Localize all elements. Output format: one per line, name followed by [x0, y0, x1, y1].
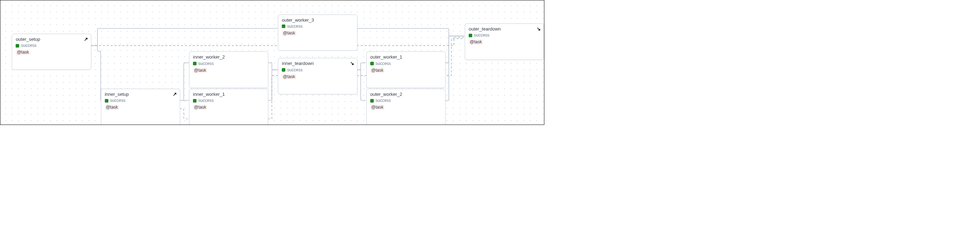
node-inner-setup[interactable]: ↗ inner_setup success @task: [101, 89, 180, 125]
node-inner-worker-2[interactable]: inner_worker_2 success @task: [189, 51, 268, 88]
status-label: success: [375, 98, 391, 103]
status-label: success: [198, 61, 213, 67]
node-outer-worker-2[interactable]: outer_worker_2 success @task: [366, 89, 445, 125]
status-dot-icon: [193, 62, 197, 65]
decorator-badge: @task: [469, 40, 483, 45]
decorator-badge: @task: [370, 105, 385, 110]
decorator-badge: @task: [282, 30, 296, 36]
status-dot-icon: [370, 62, 374, 65]
node-title: inner_worker_1: [193, 92, 264, 97]
node-title: inner_worker_2: [193, 54, 264, 60]
node-inner-worker-1[interactable]: inner_worker_1 success @task: [189, 89, 268, 125]
arrow-up-icon: ↗: [173, 91, 177, 98]
status-label: success: [21, 43, 36, 48]
status-dot-icon: [193, 99, 197, 103]
node-status: success: [105, 98, 176, 103]
node-status: success: [282, 67, 353, 73]
status-dot-icon: [282, 68, 285, 72]
status-label: success: [474, 33, 489, 38]
status-label: success: [375, 61, 391, 67]
status-label: success: [198, 98, 213, 103]
node-status: success: [193, 61, 264, 67]
status-dot-icon: [282, 24, 285, 28]
node-status: success: [193, 98, 264, 103]
node-title: outer_worker_2: [370, 92, 442, 97]
decorator-badge: @task: [16, 50, 30, 55]
node-status: success: [370, 61, 442, 67]
decorator-badge: @task: [370, 68, 385, 73]
status-label: success: [287, 24, 302, 29]
status-label: success: [287, 67, 302, 73]
node-title: outer_setup: [16, 36, 87, 42]
node-title: outer_teardown: [469, 26, 540, 32]
node-status: success: [370, 98, 442, 103]
node-outer-worker-1[interactable]: outer_worker_1 success @task: [366, 51, 445, 88]
arrow-down-icon: ↘: [350, 60, 354, 67]
decorator-badge: @task: [282, 74, 296, 79]
node-title: outer_worker_3: [282, 17, 353, 23]
node-status: success: [16, 43, 87, 48]
node-title: outer_worker_1: [370, 54, 442, 60]
node-status: success: [469, 33, 540, 38]
dag-canvas[interactable]: ↗ outer_setup success @task ↗ inner_setu…: [0, 0, 544, 125]
status-dot-icon: [105, 99, 108, 103]
decorator-badge: @task: [193, 68, 207, 73]
status-dot-icon: [469, 34, 472, 37]
node-inner-teardown[interactable]: ↘ inner_teardown success @task: [278, 58, 357, 94]
arrow-down-icon: ↘: [536, 26, 541, 32]
decorator-badge: @task: [105, 105, 119, 110]
node-title: inner_teardown: [282, 61, 353, 67]
arrow-up-icon: ↗: [84, 36, 88, 43]
status-dot-icon: [16, 44, 19, 48]
node-outer-setup[interactable]: ↗ outer_setup success @task: [12, 34, 91, 70]
node-status: success: [282, 24, 353, 29]
decorator-badge: @task: [193, 105, 207, 110]
node-outer-teardown[interactable]: ↘ outer_teardown success @task: [465, 24, 544, 60]
node-title: inner_setup: [105, 92, 176, 97]
status-label: success: [110, 98, 126, 103]
status-dot-icon: [370, 99, 374, 103]
node-outer-worker-3[interactable]: outer_worker_3 success @task: [278, 14, 357, 51]
